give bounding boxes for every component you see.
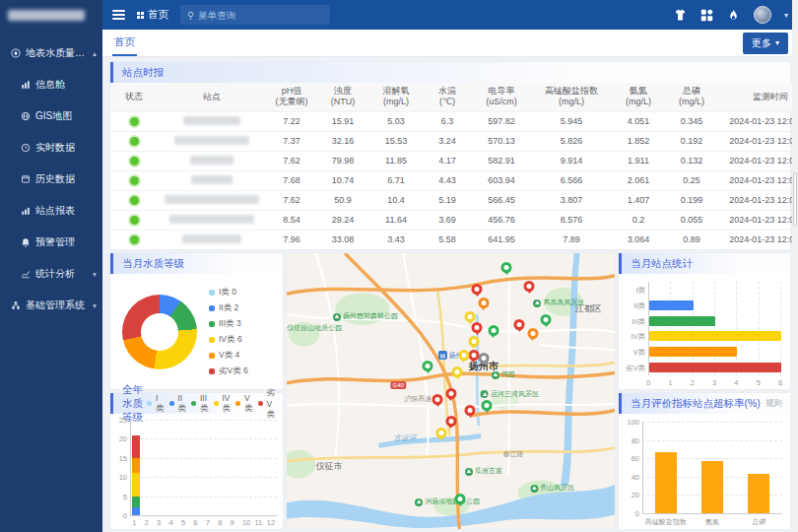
value-cell: 7.37	[266, 131, 317, 151]
legend-label: V类 4	[219, 350, 239, 362]
value-cell: 3.064	[611, 230, 666, 249]
station-marker-pin[interactable]	[465, 405, 476, 416]
sidebar-item-2[interactable]: 实时数据	[0, 132, 102, 164]
station-marker-pin[interactable]	[468, 350, 479, 361]
y-tick-label: 100	[627, 418, 639, 427]
right-column: 当月站点统计 0123456I类II类III类IV类V类劣V类 当月评价指标站点…	[619, 253, 790, 529]
sidebar-group-0[interactable]: 地表水质量监测系统▴	[0, 37, 102, 69]
sidebar-item-label: 信息舱	[35, 78, 65, 92]
station-marker-pin[interactable]	[527, 328, 538, 339]
station-marker-pin[interactable]	[445, 388, 456, 399]
station-name-redacted	[169, 215, 254, 224]
value-cell: 7.89	[532, 230, 611, 249]
column-unit: (uS/cm)	[473, 97, 530, 107]
flame-icon[interactable]	[727, 8, 741, 22]
sidebar-item-4[interactable]: 站点报表	[0, 195, 102, 227]
station-marker-pin[interactable]	[488, 325, 499, 336]
panel-header: 站点时报	[110, 62, 790, 83]
annual-grade-stacked-chart: 0510152025123456789101112	[110, 414, 283, 529]
sidebar-item-3[interactable]: 历史数据	[0, 164, 102, 195]
value-cell: 566.45	[471, 190, 532, 210]
legend-dot	[214, 401, 219, 406]
page-scrollbar[interactable]	[792, 0, 798, 532]
value-cell: 0.055	[666, 210, 717, 230]
layout-icon[interactable]	[700, 8, 714, 22]
gridline	[130, 458, 277, 459]
value-cell: 570.13	[471, 131, 532, 151]
theme-icon[interactable]	[674, 8, 688, 22]
station-marker-pin[interactable]	[432, 394, 443, 405]
donut-ring	[122, 295, 197, 369]
station-marker-pin[interactable]	[472, 284, 483, 295]
station-marker-pin[interactable]	[455, 494, 466, 504]
station-marker-pin[interactable]	[452, 366, 463, 377]
panel-header: 全年水质等级 I类II类III类IV类V类劣V类	[110, 393, 283, 414]
station-marker-pin[interactable]	[472, 322, 483, 333]
station-name-cell	[158, 190, 266, 210]
chevron-down-icon: ▾	[93, 301, 97, 309]
x-tick-label: 2	[691, 378, 695, 387]
value-cell: 603.94	[471, 170, 532, 190]
base-system-icon	[10, 300, 21, 311]
sidebar-item-0[interactable]: 信息舱	[0, 69, 102, 100]
user-avatar[interactable]	[754, 6, 771, 24]
table-row: 7.6250.910.45.19566.453.8071.4070.199202…	[110, 190, 798, 210]
panel-header: 当月水质等级	[110, 253, 283, 274]
x-category-label: 总磷	[752, 517, 765, 527]
station-marker-pin[interactable]	[445, 416, 456, 427]
station-marker-pin[interactable]	[458, 350, 469, 361]
value-cell: 641.95	[471, 230, 532, 249]
sidebar-group-1[interactable]: 基础管理系统▾	[0, 290, 102, 321]
y-tick-label: 20	[632, 491, 639, 499]
y-category-label: V类	[632, 348, 645, 358]
station-marker-pin[interactable]	[541, 314, 552, 325]
water-system-icon	[10, 48, 21, 59]
panel-header: 当月评价指标站点超标率(%) 规则	[619, 393, 790, 414]
x-tick-label: 7	[206, 518, 210, 527]
station-marker-pin[interactable]	[478, 353, 489, 364]
value-cell: 7.62	[266, 190, 317, 210]
y-tick-label: 0	[635, 509, 639, 518]
vbar	[655, 452, 677, 513]
station-marker-pin[interactable]	[514, 319, 525, 330]
station-marker-pin[interactable]	[468, 336, 479, 347]
road-badge: G40	[391, 381, 406, 389]
x-tick-label: 3	[712, 378, 716, 387]
sidebar-item-5[interactable]: 预警管理	[0, 227, 102, 258]
station-marker-pin[interactable]	[524, 281, 535, 292]
legend-dot	[147, 401, 152, 406]
rules-link[interactable]: 规则	[765, 398, 782, 410]
menu-search[interactable]: ⚲	[180, 5, 330, 25]
search-input[interactable]	[198, 10, 323, 21]
station-marker-pin[interactable]	[465, 311, 476, 322]
station-marker-pin[interactable]	[435, 428, 446, 438]
chevron-down-icon[interactable]: ▾	[784, 11, 788, 20]
station-marker-pin[interactable]	[423, 361, 433, 371]
page-content: 站点时报 状态站点pH值(无量纲)浊度(NTU)溶解氧(mg/L)水温(℃)电导…	[102, 57, 798, 532]
station-marker-pin[interactable]	[482, 400, 493, 411]
status-online-dot	[130, 216, 139, 225]
hbar	[649, 363, 781, 372]
station-map[interactable]: 扬州市江都区仪征市古运河春江路沪陕高速▤扬州站⛰扬州西郊森林公园⛰仪征捺山地质公…	[287, 253, 615, 529]
sidebar-item-6[interactable]: 统计分析▾	[0, 258, 102, 290]
station-marker-pin[interactable]	[501, 262, 512, 273]
exceedance-panel: 当月评价指标站点超标率(%) 规则 020406080100高锰酸盐指数氨氮总磷	[619, 393, 790, 529]
status-online-dot	[130, 137, 139, 146]
hamburger-menu-icon[interactable]	[112, 10, 125, 20]
station-marker-pin[interactable]	[478, 298, 489, 308]
value-cell: 3.807	[532, 190, 611, 210]
x-tick-label: 0	[646, 378, 650, 387]
y-category-label: I类	[635, 286, 645, 296]
legend-dot	[191, 401, 196, 406]
column-header: 浊度(NTU)	[317, 83, 368, 111]
more-button[interactable]: 更多 ▾	[743, 33, 788, 54]
tab-home[interactable]: 首页	[112, 30, 137, 56]
legend-label: II类	[178, 393, 187, 415]
sidebar-item-1[interactable]: GIS地图	[0, 100, 102, 132]
scrollbar-thumb[interactable]	[793, 172, 797, 227]
x-tick-label: 2	[145, 518, 149, 527]
breadcrumb[interactable]: 首页	[137, 8, 168, 22]
column-header: 氨氮(mg/L)	[611, 83, 666, 111]
sidebar-item-label: 预警管理	[35, 235, 75, 249]
station-name-redacted	[191, 175, 233, 184]
